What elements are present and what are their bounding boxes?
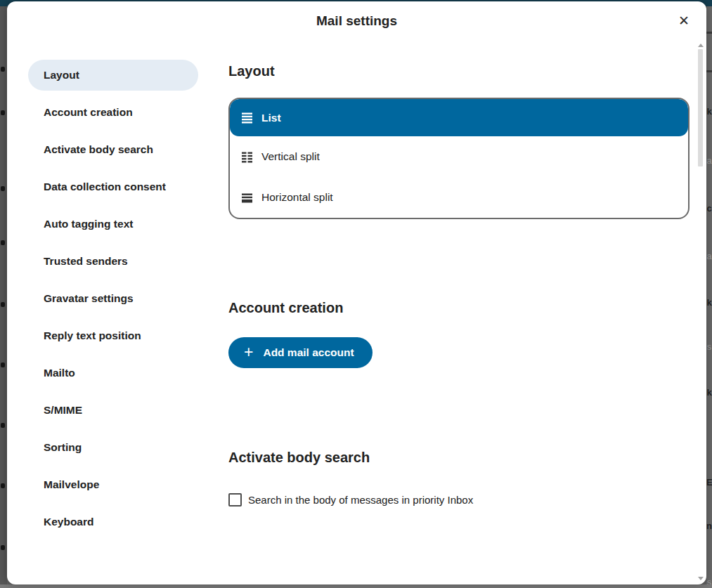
- close-icon: ✕: [678, 13, 690, 29]
- layout-option-label: List: [261, 112, 281, 124]
- sidebar-item-keyboard[interactable]: Keyboard: [28, 507, 198, 537]
- backdrop-bottom-strip: [0, 584, 712, 588]
- account-creation-heading: Account creation: [228, 299, 690, 317]
- sidebar-item-trusted-senders[interactable]: Trusted senders: [28, 246, 198, 277]
- sidebar-item-data-collection-consent[interactable]: Data collection consent: [28, 171, 198, 202]
- sidebar-item-auto-tagging-text[interactable]: Auto tagging text: [28, 209, 198, 240]
- layout-option-label: Vertical split: [261, 150, 320, 163]
- sidebar-item-gravatar-settings[interactable]: Gravatar settings: [28, 283, 198, 314]
- close-button[interactable]: ✕: [673, 10, 694, 31]
- backdrop-app-icon-fragment: [1, 67, 5, 72]
- sidebar-item-mailto[interactable]: Mailto: [28, 358, 198, 388]
- backdrop-text-fragment: n: [706, 521, 712, 530]
- add-mail-account-button[interactable]: + Add mail account: [228, 337, 373, 368]
- sidebar-item-s-mime[interactable]: S/MIME: [28, 395, 198, 426]
- body-search-checkbox-row[interactable]: Search in the body of messages in priori…: [228, 493, 690, 507]
- backdrop-divider-fragment: [706, 70, 712, 72]
- backdrop-text-fragment: a: [706, 251, 712, 261]
- backdrop-divider-fragment: [706, 32, 712, 34]
- mail-settings-dialog: Mail settings ✕ LayoutAccount creationAc…: [7, 1, 706, 584]
- section-body-search: Activate body search Search in the body …: [228, 448, 690, 507]
- scroll-down-arrow-icon[interactable]: [698, 577, 704, 580]
- list-icon: [241, 112, 253, 124]
- sidebar-item-activate-body-search[interactable]: Activate body search: [28, 134, 198, 165]
- section-layout: Layout ListVertical splitHorizontal spli…: [228, 62, 690, 219]
- section-account-creation: Account creation + Add mail account: [228, 299, 690, 368]
- backdrop-app-icon-fragment: [1, 302, 5, 307]
- settings-content: Layout ListVertical splitHorizontal spli…: [228, 62, 690, 507]
- backdrop-text-fragment: k: [706, 107, 712, 116]
- horizontal-split-icon: [241, 192, 253, 204]
- sidebar-item-account-creation[interactable]: Account creation: [28, 97, 198, 128]
- backdrop-app-icon-fragment: [1, 545, 5, 550]
- content-scrollbar[interactable]: [697, 42, 703, 582]
- backdrop-right-strip: kacakskEns: [706, 6, 712, 588]
- backdrop-app-icon-fragment: [1, 483, 5, 488]
- backdrop-text-fragment: k: [706, 388, 712, 397]
- add-mail-account-label: Add mail account: [263, 346, 354, 359]
- backdrop-left-strip: [0, 6, 7, 588]
- backdrop-text-fragment: k: [706, 298, 712, 307]
- settings-nav: LayoutAccount creationActivate body sear…: [28, 60, 198, 544]
- layout-option-label: Horizontal split: [261, 191, 333, 204]
- backdrop-app-icon-fragment: [1, 240, 5, 245]
- layout-option-group: ListVertical splitHorizontal split: [228, 98, 690, 219]
- backdrop-text-fragment: c: [706, 204, 712, 213]
- sidebar-item-sorting[interactable]: Sorting: [28, 432, 198, 463]
- body-search-heading: Activate body search: [228, 448, 690, 466]
- vertical-split-icon: [241, 151, 253, 163]
- sidebar-item-reply-text-position[interactable]: Reply text position: [28, 320, 198, 351]
- backdrop-text-fragment: a: [706, 156, 712, 165]
- backdrop-text-fragment: E: [706, 478, 712, 487]
- backdrop-app-icon-fragment: [1, 186, 5, 191]
- backdrop-app-icon-fragment: [1, 362, 5, 367]
- plus-icon: +: [244, 344, 253, 360]
- sidebar-item-mailvelope[interactable]: Mailvelope: [28, 469, 198, 500]
- backdrop-text-fragment: s: [706, 342, 712, 351]
- backdrop-app-icon-fragment: [1, 423, 5, 428]
- sidebar-item-layout[interactable]: Layout: [28, 60, 198, 91]
- layout-heading: Layout: [228, 62, 690, 80]
- body-search-checkbox-label[interactable]: Search in the body of messages in priori…: [248, 494, 473, 506]
- dialog-header: Mail settings ✕: [7, 1, 706, 41]
- body-search-checkbox[interactable]: [228, 493, 242, 507]
- dialog-title: Mail settings: [7, 1, 706, 29]
- layout-option-list[interactable]: List: [230, 99, 688, 136]
- scrollbar-thumb[interactable]: [698, 49, 703, 166]
- layout-option-vertical-split[interactable]: Vertical split: [230, 136, 688, 177]
- scroll-up-arrow-icon[interactable]: [698, 44, 704, 47]
- dialog-body: LayoutAccount creationActivate body sear…: [7, 41, 706, 544]
- layout-option-horizontal-split[interactable]: Horizontal split: [230, 177, 688, 218]
- backdrop-app-icon-fragment: [1, 110, 5, 115]
